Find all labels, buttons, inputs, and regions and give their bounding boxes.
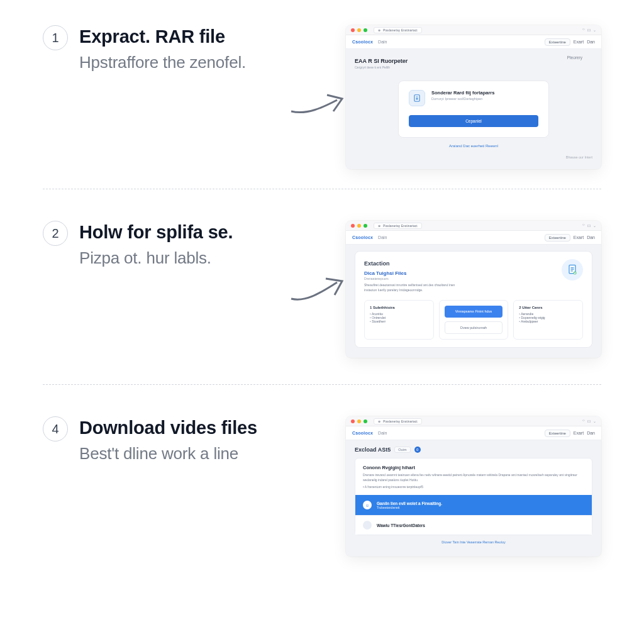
avatar-icon: ☺ (363, 501, 372, 509)
step-1: 1 Expract. RAR file Hpstraffore the zeno… (43, 25, 601, 189)
chevron-down-icon[interactable]: ⌄ (593, 419, 596, 423)
nav-link[interactable]: Dan (587, 235, 595, 240)
chevron-down-icon[interactable]: ⌄ (593, 223, 596, 228)
banner-title: Ganiln lien evll wolet a Firwalting. (377, 501, 442, 506)
card-title: Sonderar Rard fiij fortaparrs (431, 90, 494, 96)
window-control-icon[interactable]: ⊡ (587, 223, 591, 228)
option-box-1[interactable]: 1 Sulethhioira Aconitto Onirendet Stuett… (364, 300, 434, 340)
close-icon[interactable] (351, 419, 355, 423)
list-item: Stuettherr (370, 319, 428, 323)
nav-item[interactable]: Dain (378, 40, 387, 44)
nav-link[interactable]: Exart (574, 431, 584, 435)
top-nav: Csoolocx Dain Exteertine Exart Dan (346, 35, 601, 49)
list-item: Areladppeer (519, 319, 577, 323)
browser-tab[interactable]: ⊕ Piaslaneriay Enstinariact (374, 27, 422, 33)
nav-link[interactable]: Dan (587, 40, 595, 44)
arrow-icon (288, 270, 351, 308)
banner-subtitle: Trobeetandenett (377, 506, 442, 509)
maximize-icon[interactable] (364, 419, 367, 423)
count-badge: 0 (414, 447, 421, 453)
cta-chip[interactable]: Vinnapsarss Finint hdus (445, 306, 503, 318)
brand-logo[interactable]: Csoolocx (352, 431, 373, 435)
brand-logo[interactable]: Csoolocx (352, 235, 373, 240)
nav-link[interactable]: Dan (587, 431, 595, 435)
minimize-icon[interactable] (357, 224, 361, 228)
window-control-icon[interactable]: ⌔ (582, 223, 585, 228)
close-icon[interactable] (351, 28, 355, 32)
maximize-icon[interactable] (364, 28, 367, 32)
minimize-icon[interactable] (357, 28, 361, 32)
step-number-4: 4 (43, 416, 68, 441)
window-control-icon[interactable]: ⌔ (582, 419, 585, 423)
step-1-title: Expract. RAR file (79, 25, 246, 48)
nav-item[interactable]: Dain (378, 431, 387, 435)
arrow-icon (288, 85, 351, 123)
step-number-2: 2 (43, 221, 68, 246)
card-description: Sheaufiret deaotansat innuritre selfants… (364, 283, 496, 292)
step-4-subtitle: Best't dline work a line (79, 444, 257, 464)
card-heading: Cononn Rvgiginj hihart (363, 465, 584, 470)
close-icon[interactable] (351, 224, 355, 228)
window-titlebar: ⊕ Piaslaneriay Enstinariact ⌔ ⊡ ⌄ (346, 25, 601, 35)
download-card: Cononn Rvgiginj hihart Drenare trevand o… (355, 458, 592, 535)
document-icon (562, 259, 583, 280)
maximize-icon[interactable] (364, 224, 367, 228)
file-archive-icon (409, 90, 425, 106)
top-nav: Csoolocx Dain Exteertine Exart Dan (346, 426, 601, 440)
list-item: • A franentorn ening imsoesnre terptriie… (363, 485, 584, 489)
page-title: EAA R SI Ruorpeter (355, 58, 592, 64)
nav-item[interactable]: Dain (378, 235, 387, 240)
page-subtitle: Cergryrt tieve k ent Pellth (355, 65, 592, 69)
divider (43, 384, 601, 385)
window-control-icon[interactable]: ⊡ (587, 419, 591, 423)
window-titlebar: ⊕ Piaslaneriay Enstinariact ⌔ ⊡ ⌄ (346, 416, 601, 426)
ghost-chip[interactable]: Dvew polsiromah (445, 321, 503, 335)
option-box-3[interactable]: 2 Uiter Cenrs Aerandie Dopannelig wigig … (513, 300, 583, 340)
card-subheading: Dica Tuighsi Files (364, 270, 583, 276)
brand-logo[interactable]: Csoolocx (352, 40, 373, 44)
minimize-icon[interactable] (357, 419, 361, 423)
card-meta: Drenaatenepuors (364, 277, 583, 280)
step-2-subtitle: Pizpa ot. hur labls. (79, 248, 233, 268)
browser-mock-2: ⊕ Piaslaneriay Enstinariact ⌔ ⊡ ⌄ Csoolo… (346, 221, 601, 358)
card-body-text: Drenare trevand oeamnt teainuen efana fe… (363, 473, 584, 482)
list-row[interactable]: Wawiu TTiesrGontDaters (355, 515, 592, 535)
extraction-card: Extaction Dica Tuighsi Files Drenaatenep… (355, 251, 592, 348)
nav-pill[interactable]: Exteertine (545, 38, 570, 46)
browser-mock-1: ⊕ Piaslaneriay Enstinariact ⌔ ⊡ ⌄ Csoolo… (346, 25, 601, 169)
upload-card: Sonderar Rard fiij fortaparrs Dorroryt I… (398, 80, 549, 138)
avatar-icon (363, 521, 372, 530)
footer-text: Bhasae our Intert (355, 155, 592, 159)
step-2-title: Holw for splifa se. (79, 221, 233, 243)
globe-icon: ⊕ (378, 419, 380, 423)
highlight-banner[interactable]: ☺ Ganiln lien evll wolet a Firwalting. T… (355, 495, 592, 515)
browser-tab-label: Piaslaneriay Enstinariact (383, 28, 418, 32)
window-control-icon[interactable]: ⌔ (582, 28, 585, 32)
nav-link[interactable]: Exart (574, 235, 584, 240)
option-box-title: 1 Sulethhioira (370, 306, 428, 309)
step-number-1: 1 (43, 25, 68, 50)
nav-link[interactable]: Exart (574, 40, 584, 44)
nav-pill[interactable]: Exteertine (545, 234, 570, 242)
browser-tab[interactable]: ⊕ Piaslaneriay Enstinariact (374, 418, 422, 425)
card-heading: Extaction (364, 260, 583, 267)
page-title: Excload ASt5 (355, 447, 391, 453)
globe-icon: ⊕ (378, 224, 380, 228)
status-badge: Ouirn (394, 447, 410, 453)
top-nav: Csoolocx Dain Exteertine Exart Dan (346, 231, 601, 245)
window-titlebar: ⊕ Piaslaneriay Enstinariact ⌔ ⊡ ⌄ (346, 221, 601, 231)
primary-button[interactable]: Cepaniel (409, 115, 538, 127)
section-label: Pteorery (567, 55, 582, 60)
option-box-2: Vinnapsarss Finint hdus Dvew polsiromah (439, 300, 509, 340)
footer-link[interactable]: Diover Tain Inte Veaerrate Reman Reoloy (355, 535, 592, 547)
window-control-icon[interactable]: ⊡ (587, 28, 591, 32)
row-title: Wawiu TTiesrGontDaters (377, 523, 425, 528)
nav-pill[interactable]: Exteertine (545, 430, 570, 437)
browser-tab[interactable]: ⊕ Piaslaneriay Enstinariact (374, 223, 422, 229)
secondary-link[interactable]: Araiand Dac eoerheti Reewnl (355, 144, 592, 148)
browser-tab-label: Piaslaneriay Enstinariact (383, 419, 418, 423)
step-4: 4 Download vides files Best't dline work… (43, 416, 601, 575)
chevron-down-icon[interactable]: ⌄ (593, 28, 596, 32)
browser-tab-label: Piaslaneriay Enstinariact (383, 224, 418, 228)
svg-point-1 (416, 98, 418, 99)
